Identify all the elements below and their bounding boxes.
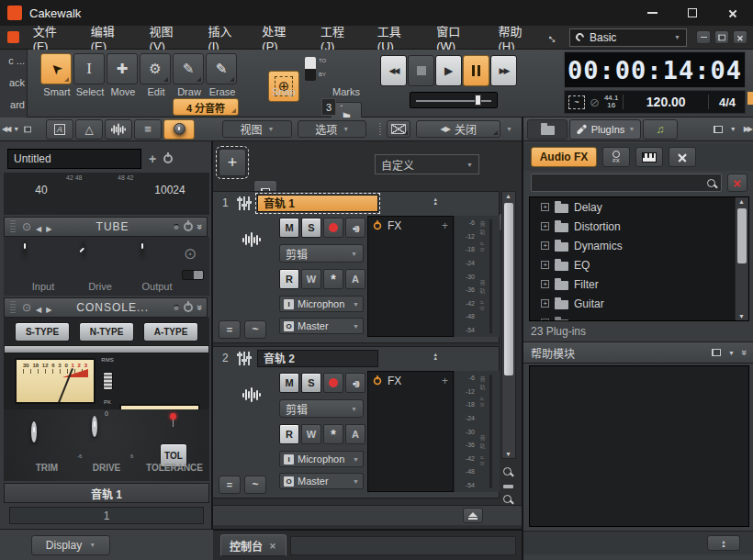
expand-plus-icon[interactable] <box>541 203 549 211</box>
automation-lanes-button[interactable]: ~ <box>244 476 266 494</box>
zoom-slider[interactable] <box>503 485 513 488</box>
tool-move-button[interactable] <box>107 53 138 84</box>
fx-power-icon[interactable] <box>374 222 382 230</box>
time-signature-value[interactable]: 4/4 <box>714 95 741 109</box>
inspector-track-name-bar[interactable]: 音轨 1 <box>4 483 209 503</box>
automation-write-button[interactable]: W <box>301 424 321 444</box>
tab-audio[interactable] <box>105 119 132 140</box>
drag-grip-icon[interactable] <box>10 301 16 314</box>
input-dropdown[interactable]: I Microphon <box>279 451 364 467</box>
rewire-button[interactable] <box>669 147 696 167</box>
inspector-track-number-bar[interactable]: 1 <box>9 507 204 524</box>
view-menu-button[interactable]: 视图 <box>222 120 292 138</box>
console-power-icon[interactable] <box>184 303 193 312</box>
rms-pk-switch[interactable] <box>103 372 113 390</box>
expand-right-icon[interactable]: ▶▶ <box>744 125 751 133</box>
console-module-header[interactable]: ⊙ CONSOLE... <box>4 297 208 318</box>
mdi-minimize-button[interactable] <box>696 30 711 44</box>
eject-button[interactable] <box>463 508 483 523</box>
expand-plus-icon[interactable] <box>541 222 549 230</box>
zoom-in-icon[interactable] <box>503 495 511 503</box>
stop-button[interactable] <box>408 55 434 86</box>
output-dropdown[interactable]: O Master <box>279 318 364 334</box>
clear-search-button[interactable] <box>727 174 747 192</box>
automation-read-button[interactable]: R <box>279 269 299 289</box>
input-echo-button[interactable]: ●))) <box>345 218 365 238</box>
bit-depth-value[interactable]: 16 <box>607 102 615 109</box>
expand-plus-icon[interactable] <box>541 241 549 250</box>
dock-menu-icon[interactable]: ▼ <box>728 350 735 356</box>
input-echo-button[interactable]: ●))) <box>345 373 365 393</box>
position-slider[interactable] <box>410 92 498 108</box>
track-name-input[interactable] <box>7 149 141 169</box>
hp-freq-value[interactable]: 40 <box>24 184 59 196</box>
float-window-icon[interactable] <box>714 126 723 133</box>
play-button[interactable]: ▶ <box>435 55 462 86</box>
snap-count-box[interactable]: 3 <box>321 98 336 116</box>
take-lanes-button[interactable]: = <box>219 320 241 339</box>
tab-notes[interactable]: ♫ <box>643 119 678 140</box>
collapse-module-icon[interactable] <box>195 224 206 230</box>
collapse-track-icon[interactable] <box>433 197 438 205</box>
menu-item[interactable]: 工程(J) <box>310 22 367 53</box>
arm-record-button[interactable] <box>323 218 343 238</box>
drag-grip-icon[interactable] <box>10 220 16 233</box>
console-drive-knob[interactable] <box>92 416 97 437</box>
mdi-close-button[interactable] <box>733 30 747 44</box>
mute-button[interactable]: M <box>279 218 299 238</box>
power-icon[interactable] <box>163 154 173 163</box>
track-fader-icon[interactable] <box>239 352 250 365</box>
prev-preset-icon[interactable] <box>36 299 41 316</box>
tool-draw-button[interactable] <box>173 53 204 84</box>
menu-item[interactable]: 视图(V) <box>140 22 198 53</box>
scroll-down-icon[interactable]: ▼ <box>505 451 511 457</box>
expand-plus-icon[interactable] <box>541 299 549 308</box>
fx-add-icon[interactable]: + <box>442 219 448 232</box>
plugin-folder-row[interactable]: Guitar <box>530 294 734 313</box>
solo-button[interactable]: S <box>301 218 321 238</box>
tree-scrollbar[interactable]: ▲ ▼ <box>735 197 748 320</box>
zoom-out-icon[interactable] <box>503 467 511 476</box>
maximize-button[interactable] <box>672 0 713 26</box>
menu-item[interactable]: 帮助(H) <box>489 22 547 53</box>
tab-prochannel[interactable] <box>163 119 195 140</box>
float-window-icon[interactable] <box>712 349 721 356</box>
console-type-button[interactable]: S-TYPE <box>15 322 70 342</box>
track-name-box[interactable]: 音轨 2 <box>257 350 378 367</box>
overflow-chevron-icon[interactable] <box>506 126 512 132</box>
automation-jump-button[interactable]: * <box>323 269 343 289</box>
expand-plus-icon[interactable] <box>541 280 549 288</box>
audio-engine-icon[interactable]: ~ <box>568 95 585 109</box>
crossfade-tool-button[interactable] <box>387 120 410 138</box>
tab-properties[interactable]: ≡ <box>134 119 162 140</box>
plugin-folder-row[interactable]: Distortion <box>530 217 734 236</box>
automation-lanes-button[interactable]: ~ <box>244 320 266 339</box>
solo-button[interactable]: S <box>301 373 321 393</box>
track-fader-icon[interactable] <box>239 196 250 210</box>
rewind-button[interactable]: ◀◀ <box>380 55 407 86</box>
fx-power-icon[interactable] <box>374 377 382 386</box>
time-display[interactable]: 00:00:14:04 <box>564 51 746 88</box>
close-button[interactable] <box>713 0 753 26</box>
automation-auto-button[interactable]: A <box>345 424 365 444</box>
menu-item[interactable]: 窗口(W) <box>426 22 488 53</box>
collapse-track-icon[interactable] <box>433 353 438 360</box>
automation-auto-button[interactable]: A <box>345 269 365 289</box>
add-module-icon[interactable]: + <box>149 151 156 166</box>
lens-dropdown[interactable]: Basic <box>569 28 687 47</box>
mute-button[interactable]: M <box>279 373 299 393</box>
menu-item[interactable]: 处理(P) <box>252 22 310 53</box>
track-scrollbar[interactable]: ▲ ▼ <box>501 191 516 459</box>
mdi-restore-button[interactable] <box>714 30 729 44</box>
plugin-folder-row[interactable]: Delay <box>530 197 734 217</box>
tab-arranger[interactable]: A <box>46 119 73 140</box>
tool-select-button[interactable] <box>73 53 105 84</box>
slider-handle[interactable] <box>475 95 481 106</box>
tube-input-knob[interactable] <box>24 240 26 257</box>
clip-dropdown[interactable]: 剪辑 <box>279 399 364 418</box>
plugin-folder-row[interactable]: EQ <box>530 255 734 274</box>
close-tab-icon[interactable] <box>270 543 276 549</box>
midi-activity-icon[interactable]: ⊘ <box>590 95 600 109</box>
tab-plugins[interactable]: PlugIns <box>569 119 641 140</box>
collapse-module-icon[interactable] <box>739 350 750 355</box>
